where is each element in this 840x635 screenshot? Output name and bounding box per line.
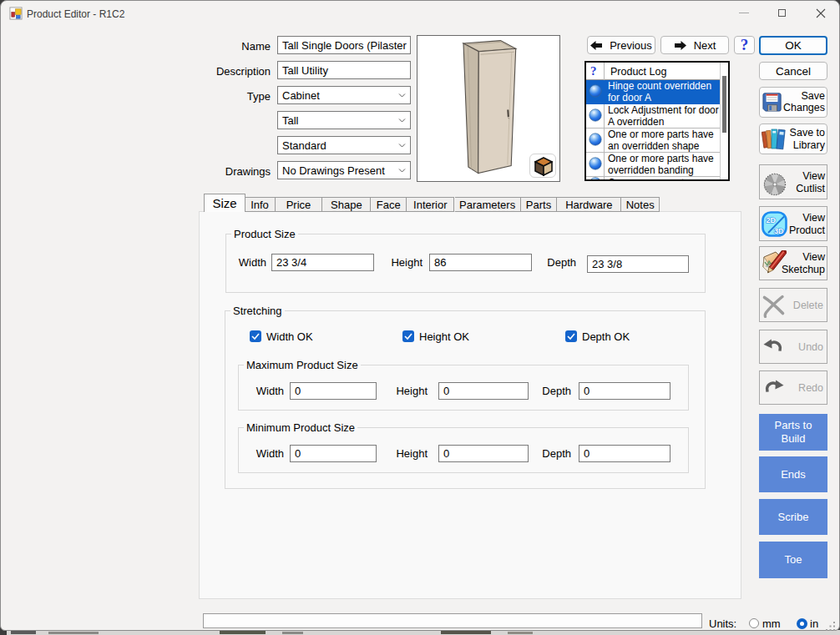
- svg-text:2D: 2D: [767, 216, 777, 224]
